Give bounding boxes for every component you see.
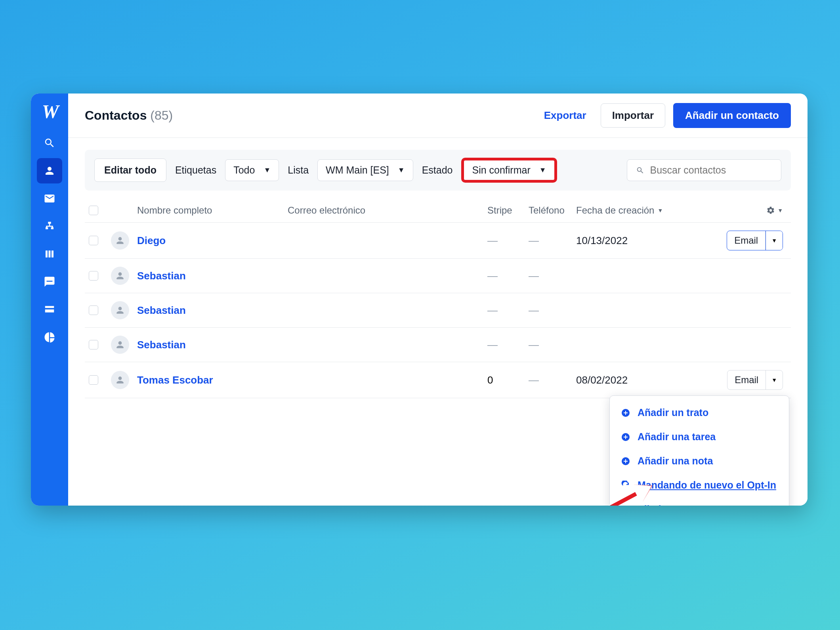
stripe-value: — <box>487 339 498 351</box>
nav-pipeline[interactable] <box>37 241 62 267</box>
nav-chat[interactable] <box>37 269 62 294</box>
row-action-split[interactable]: Email ▼ <box>727 370 783 390</box>
gear-icon[interactable] <box>766 206 775 215</box>
pie-chart-icon <box>44 331 55 343</box>
add-contact-button[interactable]: Añadir un contacto <box>673 103 791 128</box>
nav-reports[interactable] <box>37 325 62 350</box>
sitemap-icon <box>44 220 55 232</box>
trash-icon <box>621 505 630 506</box>
status-dropdown[interactable]: Sin confirmar ▼ <box>461 158 557 183</box>
plus-circle-icon <box>621 432 630 442</box>
export-button[interactable]: Exportar <box>538 105 593 126</box>
list-value: WM Main [ES] <box>326 164 389 176</box>
column-email[interactable]: Correo electrónico <box>288 205 487 216</box>
nav-search[interactable] <box>37 130 62 156</box>
column-name[interactable]: Nombre completo <box>137 205 288 216</box>
phone-value: — <box>529 235 539 246</box>
chat-icon <box>44 276 55 288</box>
refresh-icon <box>621 481 630 490</box>
tags-label: Etiquetas <box>175 164 216 176</box>
menu-add-task[interactable]: Añadir una tarea <box>610 425 789 449</box>
row-action-split[interactable]: Email ▼ <box>727 231 783 250</box>
table-row: Diego — — 10/13/2022 Email ▼ <box>85 223 791 259</box>
row-menu-toggle[interactable]: ▼ <box>766 370 783 389</box>
table-row: Tomas Escobar 0 — 08/02/2022 Email ▼ <box>85 362 791 398</box>
columns-icon <box>44 248 55 260</box>
column-stripe[interactable]: Stripe <box>487 205 529 216</box>
contact-name-link[interactable]: Sebastian <box>137 304 186 316</box>
column-phone[interactable]: Teléfono <box>529 205 576 216</box>
filter-bar: Editar todo Etiquetas Todo ▼ Lista WM Ma… <box>85 150 791 191</box>
form-icon <box>44 304 55 315</box>
stripe-value: — <box>487 304 498 316</box>
search-input[interactable] <box>650 164 772 176</box>
import-button[interactable]: Importar <box>601 103 665 128</box>
caret-down-icon: ▼ <box>539 166 546 174</box>
row-menu-toggle[interactable]: ▼ <box>766 231 783 250</box>
stripe-value: — <box>487 235 498 246</box>
menu-add-note[interactable]: Añadir una nota <box>610 449 789 473</box>
nav-contacts[interactable] <box>37 158 62 183</box>
title-count: (85) <box>150 108 173 122</box>
nav-automation[interactable] <box>37 214 62 239</box>
table-header: Nombre completo Correo electrónico Strip… <box>85 198 791 223</box>
avatar <box>111 267 129 285</box>
caret-down-icon: ▼ <box>398 166 405 174</box>
phone-value: — <box>529 304 539 316</box>
contacts-table: Nombre completo Correo electrónico Strip… <box>85 198 791 398</box>
list-label: Lista <box>288 164 309 176</box>
email-button[interactable]: Email <box>727 370 766 389</box>
phone-value: — <box>529 339 539 351</box>
phone-value: — <box>529 270 539 282</box>
main-content: Contactos (85) Exportar Importar Añadir … <box>68 94 808 506</box>
logo: W <box>42 101 57 122</box>
person-icon <box>44 165 55 177</box>
row-checkbox[interactable] <box>89 236 98 245</box>
search-icon <box>636 166 645 175</box>
stripe-value: — <box>487 270 498 282</box>
avatar <box>111 371 129 389</box>
page-title: Contactos (85) <box>85 108 173 123</box>
menu-add-deal[interactable]: Añadir un trato <box>610 401 789 425</box>
stripe-value: 0 <box>487 374 493 386</box>
nav-forms[interactable] <box>37 297 62 322</box>
app-window: W Contactos (85) <box>31 94 808 506</box>
plus-circle-icon <box>621 456 630 466</box>
sidebar: W <box>31 94 68 506</box>
table-row: Sebastian — — <box>85 259 791 293</box>
created-value: 10/13/2022 <box>576 235 628 247</box>
plus-circle-icon <box>621 408 630 418</box>
phone-value: — <box>529 374 539 386</box>
table-row: Sebastian — — <box>85 328 791 362</box>
tags-dropdown[interactable]: Todo ▼ <box>225 159 279 181</box>
column-created[interactable]: Fecha de creación ▼ <box>576 205 675 216</box>
envelope-icon <box>44 193 55 204</box>
title-text: Contactos <box>85 108 147 122</box>
tags-value: Todo <box>233 164 255 176</box>
row-checkbox[interactable] <box>89 375 98 385</box>
search-box[interactable] <box>627 159 781 181</box>
contact-name-link[interactable]: Diego <box>137 235 166 246</box>
status-value: Sin confirmar <box>472 164 530 176</box>
edit-all-button[interactable]: Editar todo <box>94 158 166 182</box>
row-checkbox[interactable] <box>89 340 98 349</box>
select-all-checkbox[interactable] <box>89 206 98 215</box>
caret-down-icon: ▼ <box>263 166 271 174</box>
avatar <box>111 231 129 250</box>
table-row: Sebastian — — <box>85 293 791 328</box>
email-button[interactable]: Email <box>727 231 766 250</box>
row-checkbox[interactable] <box>89 271 98 281</box>
nav-email[interactable] <box>37 186 62 211</box>
sort-caret-icon: ▼ <box>657 207 663 214</box>
avatar <box>111 301 129 319</box>
menu-delete-contact[interactable]: Eliminar contacto <box>610 497 789 506</box>
contact-name-link[interactable]: Sebastian <box>137 270 186 282</box>
search-icon <box>44 137 55 149</box>
row-checkbox[interactable] <box>89 305 98 315</box>
status-label: Estado <box>422 164 453 176</box>
list-dropdown[interactable]: WM Main [ES] ▼ <box>317 159 413 181</box>
created-value: 08/02/2022 <box>576 374 628 386</box>
contact-name-link[interactable]: Tomas Escobar <box>137 374 213 386</box>
avatar <box>111 336 129 354</box>
contact-name-link[interactable]: Sebastian <box>137 339 186 351</box>
